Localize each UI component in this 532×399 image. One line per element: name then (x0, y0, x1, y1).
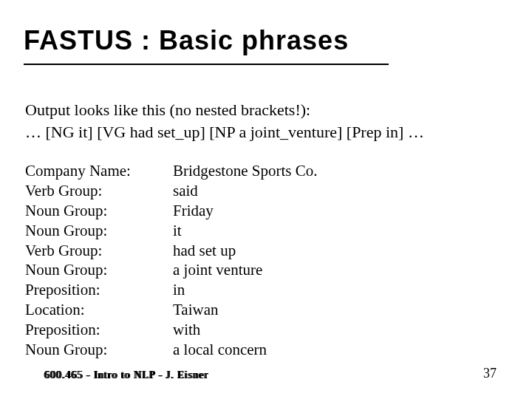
footer-left: 600.465 - Intro to NLP - J. Eisner (44, 369, 208, 381)
row-label: Noun Group: (25, 201, 173, 221)
row-value: it (173, 221, 182, 241)
table-row: Preposition:in (25, 280, 317, 300)
row-label: Noun Group: (25, 221, 173, 241)
table-row: Location:Taiwan (25, 300, 317, 320)
row-label: Company Name: (25, 161, 173, 181)
row-label: Preposition: (25, 320, 173, 340)
table-row: Verb Group:had set up (25, 241, 317, 261)
phrase-table: Company Name:Bridgestone Sports Co.Verb … (25, 161, 317, 360)
row-label: Preposition: (25, 280, 173, 300)
table-row: Verb Group:said (25, 181, 317, 201)
row-label: Location: (25, 300, 173, 320)
row-label: Verb Group: (25, 181, 173, 201)
intro-line-1: Output looks like this (no nested bracke… (25, 100, 507, 120)
table-row: Noun Group:a joint venture (25, 260, 317, 280)
table-row: Noun Group:Friday (25, 201, 317, 221)
row-value: had set up (173, 241, 236, 261)
row-value: a local concern (173, 340, 267, 360)
table-row: Preposition:with (25, 320, 317, 340)
intro-block: Output looks like this (no nested bracke… (25, 100, 507, 142)
row-value: in (173, 280, 185, 300)
table-row: Noun Group:a local concern (25, 340, 317, 360)
slide: FASTUS : Basic phrases Output looks like… (0, 0, 532, 399)
page-number: 37 (483, 366, 497, 381)
slide-title: FASTUS : Basic phrases (24, 25, 349, 56)
row-label: Noun Group: (25, 260, 173, 280)
row-value: a joint venture (173, 260, 262, 280)
row-value: with (173, 320, 200, 340)
table-row: Noun Group:it (25, 221, 317, 241)
row-label: Verb Group: (25, 241, 173, 261)
row-value: Friday (173, 201, 214, 221)
table-row: Company Name:Bridgestone Sports Co. (25, 161, 317, 181)
row-label: Noun Group: (25, 340, 173, 360)
intro-line-2: … [NG it] [VG had set_up] [NP a joint_ve… (25, 122, 507, 143)
row-value: Taiwan (173, 300, 219, 320)
row-value: Bridgestone Sports Co. (173, 161, 317, 181)
title-underline (24, 64, 389, 65)
row-value: said (173, 181, 198, 201)
